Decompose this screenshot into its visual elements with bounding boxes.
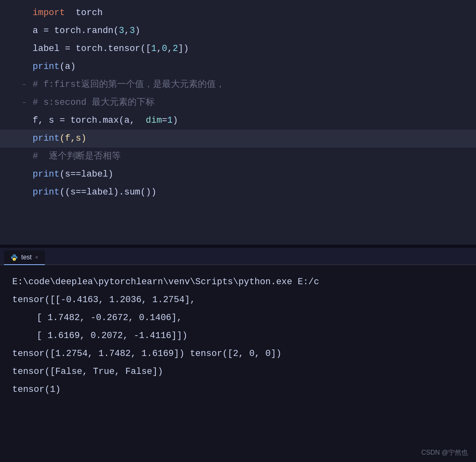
comment-text-2: # s:second 最大元素的下标 <box>33 94 155 112</box>
kw-import: import <box>33 4 65 22</box>
editor-section: import torch a = torch.randn(3,3) label … <box>0 0 476 245</box>
print-args3: (s==label) <box>60 166 113 183</box>
terminal-tab[interactable]: test × <box>4 250 45 265</box>
code-line: import torch <box>0 4 476 22</box>
var-fs: f, s = torch.max(a, <box>33 112 146 130</box>
eq1: = <box>162 112 167 130</box>
module-name: torch <box>65 4 102 22</box>
terminal-tab-bar: test × <box>0 248 476 265</box>
output-line-1: E:\code\deeplea\pytorchlearn\venv\Script… <box>12 273 464 291</box>
fn-print4: print <box>33 183 60 201</box>
code-line-comment2: − # s:second 最大元素的下标 <box>0 94 476 112</box>
csdn-watermark: CSDN @宁然也 <box>421 449 468 457</box>
num-1: 1 <box>167 112 173 130</box>
print-args2: (f,s) <box>60 130 86 148</box>
comma1: , <box>124 22 129 40</box>
code-block: import torch a = torch.randn(3,3) label … <box>0 0 476 206</box>
code-line-comment1: − # f:first返回的第一个值，是最大元素的值， <box>0 76 476 94</box>
num-1: 1 <box>151 40 156 58</box>
output-line-4: [ 1.6169, 0.2072, -1.4116]]) <box>12 327 464 345</box>
section-divider <box>0 245 476 248</box>
fn-print2: print <box>33 130 60 148</box>
output-line-3: [ 1.7482, -0.2672, 0.1406], <box>12 309 464 327</box>
code-line: a = torch.randn(3,3) <box>0 22 476 40</box>
comma2: , <box>157 40 162 58</box>
fn-print3: print <box>33 166 60 183</box>
print-args4: ((s==label).sum()) <box>60 183 157 201</box>
num-0: 0 <box>162 40 167 58</box>
paren1: ) <box>135 22 140 40</box>
output-line-7: tensor(1) <box>12 381 464 399</box>
num-2: 2 <box>173 40 178 58</box>
bracket1: ]) <box>178 40 188 58</box>
terminal-content: E:\code\deeplea\pytorchlearn\venv\Script… <box>0 265 476 407</box>
output-line-6: tensor([False, True, False]) <box>12 363 464 381</box>
print-args1: (a) <box>60 58 76 76</box>
collapse-icon-2[interactable]: − <box>22 94 26 112</box>
python-icon <box>11 254 18 261</box>
code-line-comment3: # 逐个判断是否相等 <box>0 148 476 166</box>
code-line-highlighted: print(f,s) <box>0 130 476 148</box>
tab-close-button[interactable]: × <box>35 254 38 261</box>
var-label: label = torch.tensor([ <box>33 40 151 58</box>
output-line-2: tensor([[-0.4163, 1.2036, 1.2754], <box>12 291 464 309</box>
paren2: ) <box>173 112 178 130</box>
code-line: print((s==label).sum()) <box>0 183 476 201</box>
var-a: a = torch.randn( <box>33 22 119 40</box>
num-3b: 3 <box>130 22 135 40</box>
num-3a: 3 <box>119 22 124 40</box>
comment-text-1: # f:first返回的第一个值，是最大元素的值， <box>33 76 225 94</box>
fn-print1: print <box>33 58 60 76</box>
collapse-icon-1[interactable]: − <box>22 76 26 94</box>
code-line: label = torch.tensor([1,0,2]) <box>0 40 476 58</box>
code-line: print(a) <box>0 58 476 76</box>
comma3: , <box>167 40 173 58</box>
tab-label: test <box>21 254 32 261</box>
code-line: print(s==label) <box>0 166 476 183</box>
kwarg-dim: dim <box>146 112 162 130</box>
output-line-5: tensor([1.2754, 1.7482, 1.6169]) tensor(… <box>12 345 464 363</box>
comment-text-3: # 逐个判断是否相等 <box>33 148 121 166</box>
code-line: f, s = torch.max(a, dim=1) <box>0 112 476 130</box>
terminal-section: test × E:\code\deeplea\pytorchlearn\venv… <box>0 248 476 462</box>
